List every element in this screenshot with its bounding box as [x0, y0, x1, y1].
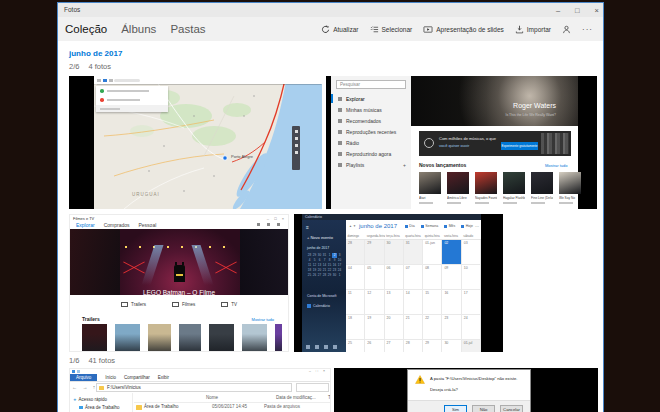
select-button[interactable]: Selecionar [370, 25, 413, 34]
films-window-controls: – □ × [267, 216, 286, 221]
menu-item-icon [338, 108, 342, 112]
menu-item-label: Explorar [346, 96, 365, 102]
mini-day: 1 [337, 273, 342, 278]
account-button[interactable] [562, 25, 571, 34]
map-tool-dot [295, 151, 298, 154]
slideshow-button[interactable]: Apresentação de slides [423, 25, 504, 34]
album-caption: Fine Line (Deluxe) [531, 196, 553, 200]
tab-albuns[interactable]: Álbuns [121, 23, 156, 35]
groove-menu: ExplorarMinhas músicasRecomendadosReprod… [331, 93, 411, 170]
album-subtitle-bar [419, 202, 433, 204]
group-month-header[interactable]: junho de 2017 [69, 49, 122, 58]
close-button[interactable]: × [595, 6, 599, 15]
slideshow-icon [423, 25, 433, 34]
calendar-day-cell: 01-jul [462, 340, 481, 352]
weekday-label: terça-feira [385, 234, 404, 239]
day-number: 19 [365, 315, 383, 320]
hero-album-subtitle: Is This the Life We Really Want? [505, 113, 556, 117]
mail-icon [315, 345, 319, 349]
calendar-day-cell: 18 [346, 315, 365, 340]
poster-row [82, 324, 282, 352]
view-label: Semana [425, 224, 438, 228]
calendar-day-cell: 02 [442, 240, 461, 265]
view-icon [421, 225, 424, 228]
day-number: 26 [365, 340, 383, 345]
calendar-day-cell: 03 [462, 240, 481, 265]
album-row: AtariAmérica LibreNayades FountainHagala… [419, 172, 578, 204]
more-button[interactable]: ··· [582, 25, 593, 34]
day-number: 08 [423, 265, 441, 270]
photo-calendar-screenshot[interactable]: Calendário ≡ + Novo evento junho de 2017… [294, 214, 503, 352]
dialog-buttons: SimNãoCancelar [444, 405, 523, 412]
movie-poster [82, 324, 107, 352]
column-header: Nome [206, 395, 218, 400]
photo-dialog-screenshot[interactable]: A pasta "F:\Users\Vinicius\Desktop" não … [334, 368, 598, 412]
photo-groove-screenshot[interactable]: Pesquisar ExplorarMinhas músicasRecomend… [326, 76, 597, 209]
file-date: 05/06/2017 14:45 [212, 404, 247, 409]
day-number: 28 [404, 340, 422, 345]
calendar-view-button: Mês [444, 224, 455, 228]
file-row: Área de Trabalho05/06/2017 14:45Pasta de… [134, 404, 330, 412]
calendar-view-button: Semana [421, 224, 439, 228]
album-cover [475, 172, 497, 194]
screen-icon [221, 302, 228, 307]
maximize-button[interactable]: □ [575, 6, 580, 15]
calendar-content: Calendário ≡ + Novo evento junho de 2017… [302, 214, 481, 352]
day-number: 07 [404, 265, 422, 270]
file-name: Área de Trabalho [144, 404, 179, 409]
photo-explorer-screenshot[interactable]: – □ × Arquivo Início Compartilhar Exibir… [69, 368, 331, 412]
calendar-day-cell: 20 [385, 315, 404, 340]
column-headers: NomeData de modificaç...TipoTamanho [134, 395, 330, 403]
calendar-day-cell: 29 [423, 340, 442, 352]
calendar-day-cell: 05 [365, 265, 384, 290]
category-buttons: Trailers Filmes TV [70, 295, 288, 313]
todo-icon [324, 345, 328, 349]
checkbox-icon [307, 304, 311, 308]
warning-icon [415, 375, 425, 384]
day-number: 14 [404, 290, 422, 295]
map-tool-dot [295, 137, 298, 140]
category-filmes: Filmes [172, 302, 195, 307]
hero-right-scene [238, 229, 288, 295]
minimize-button[interactable]: – [556, 6, 560, 15]
day-number: 02 [442, 240, 460, 245]
address-box: F:\Users\Vinicius [96, 383, 292, 392]
menu-item-label: Minhas músicas [346, 107, 382, 113]
tab-pastas[interactable]: Pastas [170, 23, 205, 35]
photo-films-tv-screenshot[interactable]: Filmes e TV – □ × Explorar Comprados Pes… [69, 214, 289, 352]
calendar-view-button: Dia [405, 224, 415, 228]
menu-item-icon [338, 119, 342, 123]
show-all-link: Mostrar tudo [252, 317, 274, 322]
account-label: Conta de Microsoft [307, 294, 336, 298]
ribbon-file-tab: Arquivo [70, 374, 97, 381]
calendar-day-cell: 24 [462, 315, 481, 340]
batcave-stage [120, 229, 240, 295]
folder-icon [72, 370, 75, 373]
search-icon [257, 223, 260, 226]
films-hero-banner: LEGO Batman – O Filme Agora a partir de … [70, 229, 288, 295]
toolbar: Atualizar Selecionar Apresentação de sli… [321, 17, 593, 41]
calendar-day-cell: 01-jun [423, 240, 442, 265]
directions-panel [96, 86, 168, 112]
refresh-button[interactable]: Atualizar [321, 25, 358, 34]
films-tab-pessoal: Pessoal [138, 222, 156, 228]
album-tile: América Libre [447, 172, 469, 204]
album-tile: Fine Line (Deluxe) [531, 172, 553, 204]
directions-origin-row [96, 86, 168, 95]
folder-warning-dialog: A pasta "F:\Users\Vinicius\Desktop" não … [407, 369, 531, 412]
import-button[interactable]: Importar [515, 25, 551, 34]
calendar-day-cell: 16 [442, 290, 461, 315]
more-icon [277, 223, 280, 226]
window-title: Fotos [64, 3, 80, 17]
groove-search-box: Pesquisar [336, 80, 406, 89]
photo-map-screenshot[interactable]: Porto Alegre URUGUAI [69, 76, 322, 209]
calendar-icon [306, 345, 310, 349]
view-label: Mês [449, 224, 456, 228]
menu-item-icon [338, 152, 342, 156]
calendar-day-cell: 13 [385, 290, 404, 315]
map-city-label: Porto Alegre [231, 154, 253, 159]
album-tile: Nayades Fountain [475, 172, 497, 204]
day-number: 18 [346, 315, 364, 320]
category-tv: TV [221, 302, 237, 307]
tab-colecao[interactable]: Coleção [65, 23, 107, 35]
